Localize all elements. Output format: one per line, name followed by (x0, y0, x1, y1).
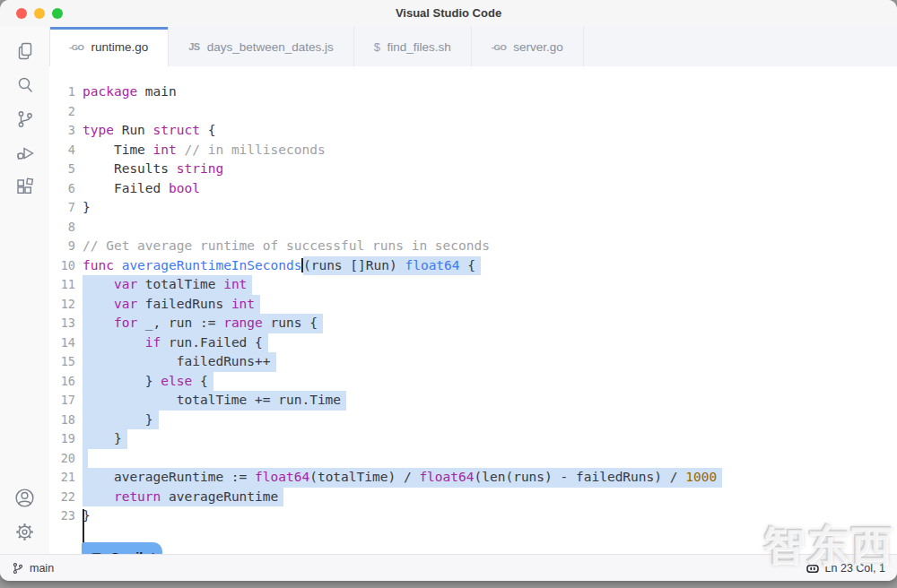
explorer-icon[interactable] (8, 34, 42, 68)
git-branch-icon (12, 562, 24, 575)
code-line[interactable]: 6 Failed bool (49, 179, 897, 199)
code-line[interactable]: 9// Get average runtime of successful ru… (49, 237, 897, 256)
code-line[interactable]: 20 (49, 449, 897, 469)
code-token: float64 (255, 470, 309, 484)
selection-highlight: var totalTime int (83, 275, 252, 295)
code-line[interactable]: 13 for _, run := range runs { (49, 314, 897, 333)
code-line[interactable]: 14 if run.Failed { (49, 333, 897, 353)
code-token: averageRuntime := (83, 470, 255, 484)
code-line[interactable]: 5 Results string (49, 160, 897, 179)
code-token: // Get average runtime of successful run… (83, 238, 490, 253)
selection-highlight: for _, run := range runs { (83, 314, 323, 333)
code-token: // in milliseconds (185, 143, 326, 157)
code-token: } (83, 412, 153, 427)
code-line[interactable]: 1package main (49, 82, 897, 102)
code-token: float64 (419, 470, 474, 484)
code-token (83, 335, 145, 350)
code-area[interactable]: 1package main23type Run struct {4 Time i… (49, 66, 897, 526)
code-token: 1000 (685, 470, 717, 484)
code-line[interactable]: 7} (49, 198, 897, 218)
line-number: 15 (49, 352, 75, 372)
code-token (83, 277, 114, 291)
code-line[interactable]: 4 Time int // in milliseconds (49, 141, 897, 160)
extensions-icon[interactable] (8, 170, 42, 204)
selection-highlight: totalTime += run.Time (83, 391, 346, 411)
tab-runtime-go[interactable]: -GO runtime.go (49, 27, 169, 67)
code-line[interactable]: 12 var failedRuns int (49, 295, 897, 315)
code-line[interactable]: 10func averageRuntimeInSeconds(runs []Ru… (49, 256, 897, 276)
code-token: failedRuns (137, 297, 231, 311)
selection-highlight: return averageRuntime (83, 488, 283, 507)
window-title: Visual Studio Code (0, 0, 897, 27)
code-token: struct (153, 123, 200, 137)
source-control-icon[interactable] (8, 102, 42, 136)
code-token: Time (83, 143, 153, 157)
code-token: main (137, 84, 177, 99)
line-number: 3 (49, 121, 75, 141)
line-number: 17 (49, 391, 75, 411)
code-token: averageRuntimeInSeconds (122, 258, 302, 272)
line-number: 23 (49, 506, 75, 526)
code-line[interactable]: 15 failedRuns++ (49, 352, 897, 372)
account-icon[interactable] (8, 480, 42, 514)
settings-gear-icon[interactable] (8, 514, 42, 549)
code-token: Failed (83, 181, 169, 195)
code-line[interactable]: 16 } else { (49, 372, 897, 392)
tab-find-files-sh[interactable]: $ find_files.sh (354, 27, 472, 66)
code-token: } (83, 431, 122, 445)
cursor-position-indicator[interactable]: Ln 23 Col, 1 (806, 561, 885, 575)
copilot-button[interactable]: Copilot (82, 542, 162, 554)
code-line[interactable]: 18 } (49, 411, 897, 430)
branch-name: main (30, 562, 54, 575)
code-token: package (83, 84, 137, 99)
js-file-icon: JS (188, 41, 199, 52)
tab-days-between-dates-js[interactable]: JS days_between_dates.js (169, 27, 354, 66)
line-number: 11 (49, 275, 75, 295)
code-line[interactable]: 17 totalTime += run.Time (49, 391, 897, 411)
code-line[interactable]: 11 var totalTime int (49, 275, 897, 295)
code-token: totalTime += run.Time (83, 393, 341, 407)
selection-highlight: averageRuntime := float64(totalTime) / f… (83, 468, 722, 488)
selection-highlight: } else { (83, 372, 213, 392)
line-number: 13 (49, 314, 75, 333)
code-token: failedRuns++ (83, 354, 271, 368)
selection-highlight (83, 449, 88, 469)
code-line[interactable]: 21 averageRuntime := float64(totalTime) … (49, 468, 897, 488)
tab-label: runtime.go (91, 40, 148, 54)
code-token: else (161, 374, 192, 388)
code-editor[interactable]: 1package main23type Run struct {4 Time i… (49, 66, 897, 554)
code-line[interactable]: 19 } (49, 429, 897, 449)
line-number: 4 (49, 141, 75, 160)
code-token (114, 258, 122, 272)
code-line[interactable]: 2 (49, 102, 897, 122)
code-token: int (223, 277, 247, 291)
code-token: for (114, 316, 137, 330)
line-number: 6 (49, 179, 75, 199)
line-number: 19 (49, 429, 75, 449)
search-icon[interactable] (8, 68, 42, 102)
code-line[interactable]: 3type Run struct { (49, 121, 897, 141)
line-number: 12 (49, 295, 75, 315)
code-token: _, run := (137, 316, 223, 330)
tab-server-go[interactable]: -GO server.go (472, 27, 584, 66)
cursor-position-label: Ln 23 Col, 1 (825, 562, 885, 575)
code-token: { (460, 258, 475, 272)
code-token: type (83, 123, 114, 137)
title-bar: Visual Studio Code (0, 0, 897, 28)
run-and-debug-icon[interactable] (8, 136, 42, 170)
code-line[interactable]: 22 return averageRuntime (49, 488, 897, 507)
line-number: 1 (49, 82, 75, 102)
code-token: func (83, 258, 114, 272)
line-number: 2 (49, 102, 75, 122)
tab-label: find_files.sh (388, 40, 451, 54)
branch-indicator[interactable]: main (12, 562, 54, 575)
code-token (83, 297, 114, 311)
code-token: { (200, 123, 215, 137)
tab-label: days_between_dates.js (207, 40, 334, 54)
code-line[interactable]: 23} (49, 506, 897, 526)
code-token: range (223, 316, 263, 330)
line-number: 18 (49, 411, 75, 430)
code-token: var (114, 277, 137, 291)
code-token (83, 489, 114, 504)
code-line[interactable]: 8 (49, 218, 897, 238)
